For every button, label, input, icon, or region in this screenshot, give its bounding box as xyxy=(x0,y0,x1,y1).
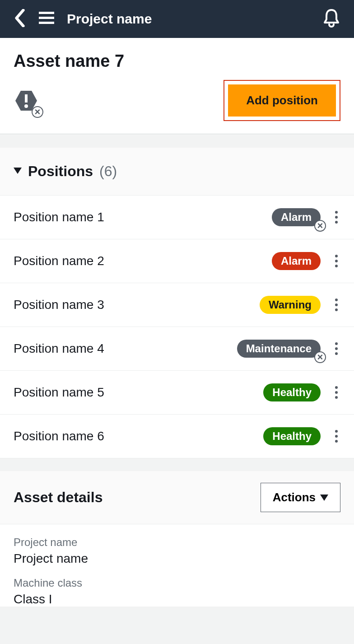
asset-card: Asset name 7 Add position xyxy=(0,38,354,134)
status-chip-label: Healthy xyxy=(272,430,312,443)
position-row[interactable]: Position name 1Alarm xyxy=(0,196,354,239)
bell-icon[interactable] xyxy=(322,8,340,30)
status-chip-label: Healthy xyxy=(272,386,312,399)
caret-down-icon xyxy=(14,168,22,176)
project-name-label: Project name xyxy=(14,536,340,549)
project-name-value: Project name xyxy=(14,551,340,566)
svg-rect-2 xyxy=(39,22,54,24)
back-icon[interactable] xyxy=(14,9,26,29)
status-chip-label: Maintenance xyxy=(246,342,312,355)
caret-down-icon xyxy=(320,495,328,501)
position-row[interactable]: Position name 5Healthy xyxy=(0,371,354,415)
position-name: Position name 5 xyxy=(14,385,263,400)
row-menu-icon[interactable] xyxy=(332,296,340,314)
status-chip: Maintenance xyxy=(237,340,321,358)
status-chip-label: Alarm xyxy=(281,211,312,224)
row-menu-icon[interactable] xyxy=(332,208,340,226)
svg-marker-6 xyxy=(14,168,22,174)
status-chip: Healthy xyxy=(263,383,321,401)
status-chip-label: Alarm xyxy=(281,255,312,267)
asset-title: Asset name 7 xyxy=(14,51,340,71)
positions-title: Positions xyxy=(28,163,93,180)
svg-rect-1 xyxy=(39,17,54,19)
position-name: Position name 2 xyxy=(14,254,272,268)
add-position-button[interactable]: Add position xyxy=(228,84,336,117)
asset-details-section: Asset details Actions Project name Proje… xyxy=(0,471,354,607)
row-menu-icon[interactable] xyxy=(332,340,340,358)
close-badge-icon xyxy=(314,351,326,363)
status-chip: Healthy xyxy=(263,427,321,445)
positions-header[interactable]: Positions (6) xyxy=(0,148,354,196)
positions-count: (6) xyxy=(99,163,117,180)
position-row[interactable]: Position name 2Alarm xyxy=(0,239,354,283)
status-chip: Alarm xyxy=(272,252,321,270)
close-badge-icon xyxy=(32,106,43,118)
row-menu-icon[interactable] xyxy=(332,252,340,270)
add-position-highlight: Add position xyxy=(224,80,340,121)
row-menu-icon[interactable] xyxy=(332,427,340,445)
machine-class-label: Machine class xyxy=(14,577,340,589)
svg-point-5 xyxy=(24,104,28,108)
position-name: Position name 3 xyxy=(14,298,260,312)
status-chip: Alarm xyxy=(272,208,321,226)
svg-rect-4 xyxy=(25,94,28,103)
position-row[interactable]: Position name 6Healthy xyxy=(0,415,354,458)
menu-icon[interactable] xyxy=(39,12,54,26)
close-badge-icon xyxy=(314,220,326,232)
asset-details-title: Asset details xyxy=(14,489,102,506)
position-row[interactable]: Position name 3Warning xyxy=(0,283,354,327)
header-title: Project name xyxy=(67,11,152,27)
svg-rect-0 xyxy=(39,12,54,14)
asset-status-icon xyxy=(14,88,39,113)
status-chip-label: Warning xyxy=(269,299,312,311)
machine-class-value: Class I xyxy=(14,592,340,607)
position-row[interactable]: Position name 4Maintenance xyxy=(0,327,354,371)
actions-dropdown[interactable]: Actions xyxy=(261,483,340,512)
position-name: Position name 1 xyxy=(14,210,272,224)
svg-marker-7 xyxy=(320,495,328,501)
position-name: Position name 6 xyxy=(14,429,263,443)
row-menu-icon[interactable] xyxy=(332,383,340,401)
app-header: Project name xyxy=(0,0,354,38)
status-chip: Warning xyxy=(260,296,321,314)
positions-section: Positions (6) Position name 1AlarmPositi… xyxy=(0,148,354,458)
actions-label: Actions xyxy=(273,490,316,504)
position-name: Position name 4 xyxy=(14,341,237,356)
